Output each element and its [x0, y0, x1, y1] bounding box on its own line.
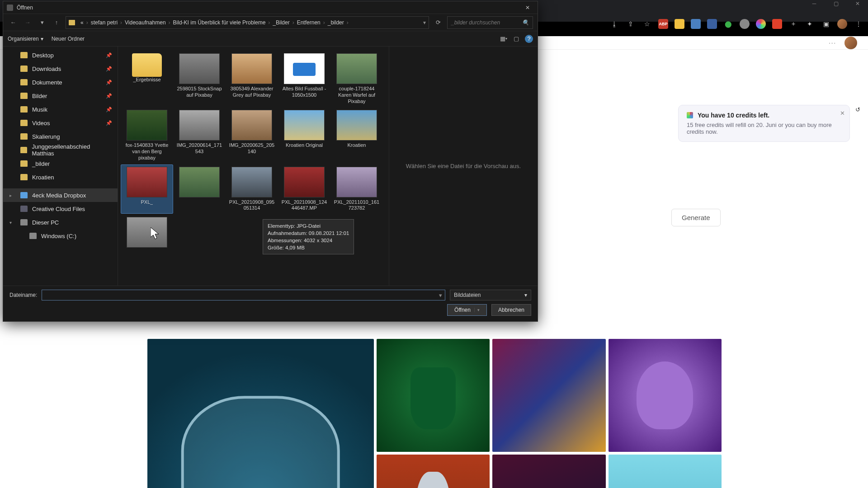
help-button[interactable]: ?: [525, 35, 533, 43]
window-ext-icon[interactable]: [691, 19, 701, 29]
expand-icon[interactable]: ▾: [9, 220, 12, 225]
file-item[interactable]: PXL_: [121, 164, 173, 214]
image-thumbnail: [284, 167, 325, 197]
file-item[interactable]: IMG_20200614_171543: [173, 108, 226, 163]
file-item[interactable]: IMG_20200625_205140: [226, 108, 278, 163]
leaf-ext-icon[interactable]: ⬤: [723, 19, 733, 29]
dialog-toolbar: Organisieren ▾ Neuer Ordner ▦ ▾ ▢ ?: [3, 31, 538, 47]
colorwheel-ext-icon[interactable]: [756, 19, 766, 29]
adobe-ext-icon[interactable]: [772, 19, 782, 29]
search-input[interactable]: _bilder durchsuchen 🔍: [447, 16, 533, 29]
download-icon[interactable]: ⭳: [609, 19, 619, 29]
nav-forward-button[interactable]: →: [22, 17, 33, 28]
crumb[interactable]: «: [78, 19, 86, 26]
crumb[interactable]: Videoaufnahmen: [122, 19, 169, 26]
folder-icon: [20, 106, 28, 113]
chevron-down-icon[interactable]: ▾: [474, 308, 480, 312]
crumb[interactable]: _bilder: [325, 19, 347, 26]
file-item[interactable]: [121, 215, 173, 252]
file-item[interactable]: Kroatien: [330, 108, 383, 163]
circle-ext-icon[interactable]: [740, 19, 750, 29]
file-item[interactable]: PXL_20210908_095051314: [226, 164, 278, 214]
new-folder-button[interactable]: Neuer Ordner: [52, 36, 85, 42]
maximize-button[interactable]: ▢: [826, 0, 846, 7]
gallery-item[interactable]: [492, 455, 605, 488]
page-avatar[interactable]: [844, 37, 857, 49]
sidebar-item[interactable]: Bilder📌: [3, 89, 118, 103]
browser-menu-icon[interactable]: ⋮: [854, 19, 863, 29]
file-item[interactable]: 3805349 Alexander Grey auf Pixabay: [226, 51, 278, 107]
abp-icon[interactable]: ABP: [658, 19, 668, 29]
nav-up-button[interactable]: ↑: [51, 17, 62, 28]
crumb[interactable]: stefan petri: [88, 19, 120, 26]
star-icon[interactable]: ☆: [642, 19, 652, 29]
sidebar-item[interactable]: Skalierung: [3, 130, 118, 143]
image-thumbnail: [179, 110, 220, 141]
file-item[interactable]: fox-1540833 Yvette van den Berg pixabay: [121, 108, 173, 163]
file-item[interactable]: PXL_20210908_124446487.MP: [278, 164, 330, 214]
view-mode-button[interactable]: ▦ ▾: [500, 35, 508, 43]
chevron-down-icon[interactable]: ▾: [439, 292, 442, 299]
sidebar-item[interactable]: Dokumente📌: [3, 75, 118, 89]
minimize-button[interactable]: ─: [804, 0, 825, 7]
organize-button[interactable]: Organisieren ▾: [8, 36, 43, 42]
close-button[interactable]: ✕: [847, 0, 868, 7]
crumb[interactable]: _Bilder: [270, 19, 292, 26]
file-item[interactable]: PXL_20211010_161723782: [330, 164, 383, 214]
dialog-body: Desktop📌Downloads📌Dokumente📌Bilder📌Musik…: [3, 47, 538, 286]
file-item[interactable]: [173, 164, 226, 214]
profile-avatar-icon[interactable]: [837, 19, 847, 29]
nav-recent-button[interactable]: ▾: [37, 17, 47, 28]
folder-item[interactable]: _Ergebnisse: [121, 51, 173, 107]
image-thumbnail: [336, 167, 377, 197]
nav-back-button[interactable]: ←: [8, 17, 19, 28]
expand-icon[interactable]: ▸: [9, 193, 12, 198]
share-icon[interactable]: ⇪: [626, 19, 636, 29]
gallery-item[interactable]: [377, 339, 490, 452]
gallery-item[interactable]: [377, 455, 490, 488]
chevron-down-icon[interactable]: ▾: [423, 19, 426, 26]
dialog-close-button[interactable]: ✕: [521, 3, 534, 13]
crumb[interactable]: Entfernen: [294, 19, 323, 26]
gallery-item[interactable]: [609, 339, 722, 452]
file-item[interactable]: couple-1718244 Karen Warfel auf Pixabay: [330, 51, 383, 107]
credits-close-button[interactable]: ✕: [840, 110, 845, 117]
sidepanel-icon[interactable]: ▣: [821, 19, 831, 29]
sidebar-item[interactable]: Kroatien: [3, 170, 118, 184]
refresh-button[interactable]: ⟳: [433, 17, 443, 28]
sidebar-item-ccfiles[interactable]: Creative Cloud Files: [3, 202, 118, 216]
preview-toggle-button[interactable]: ▢: [512, 35, 520, 43]
history-icon[interactable]: ↺: [855, 106, 865, 116]
sidebar-item[interactable]: _bilder: [3, 157, 118, 170]
puzzle-icon[interactable]: ✦: [805, 19, 815, 29]
folder-icon: [20, 120, 28, 126]
gallery-item[interactable]: [492, 339, 605, 452]
file-label: _Ergebnisse: [133, 77, 160, 83]
folder-icon: [69, 20, 75, 25]
gallery-item[interactable]: [609, 455, 722, 488]
file-item[interactable]: Kroatien Original: [278, 108, 330, 163]
generate-button[interactable]: Generate: [671, 209, 721, 226]
plus-ext-icon[interactable]: ＋: [788, 19, 798, 29]
sidebar-item[interactable]: Videos📌: [3, 116, 118, 130]
cube-ext-icon[interactable]: [707, 19, 717, 29]
sidebar-item-drive[interactable]: Windows (C:): [3, 229, 118, 243]
gallery-item[interactable]: [147, 339, 374, 488]
note-ext-icon[interactable]: [675, 19, 684, 29]
sidebar-item[interactable]: Downloads📌: [3, 62, 118, 75]
sidebar-item[interactable]: Desktop📌: [3, 48, 118, 62]
pin-icon: 📌: [106, 107, 112, 113]
breadcrumb[interactable]: «› stefan petri› Videoaufnahmen› Bild-KI…: [66, 16, 429, 29]
open-button[interactable]: Öffnen ▾: [447, 304, 487, 316]
filetype-select[interactable]: Bilddateien ▾: [450, 290, 531, 300]
page-more-button[interactable]: ···: [829, 39, 836, 46]
crumb[interactable]: Bild-KI im Überblick für viele Probleme: [170, 19, 269, 26]
file-item[interactable]: Altes Bild Fussball - 1050x1500: [278, 51, 330, 107]
file-item[interactable]: 2598015 StockSnap auf Pixabay: [173, 51, 226, 107]
cancel-button[interactable]: Abbrechen: [491, 304, 531, 316]
sidebar-item[interactable]: Junggesellenabschied Matthias: [3, 143, 118, 157]
sidebar-item-thispc[interactable]: ▾ Dieser PC: [3, 216, 118, 229]
sidebar-item-dropbox[interactable]: ▸ 4eck Media Dropbox: [3, 188, 118, 202]
sidebar-item[interactable]: Musik📌: [3, 103, 118, 116]
filename-input[interactable]: ▾: [42, 290, 445, 300]
